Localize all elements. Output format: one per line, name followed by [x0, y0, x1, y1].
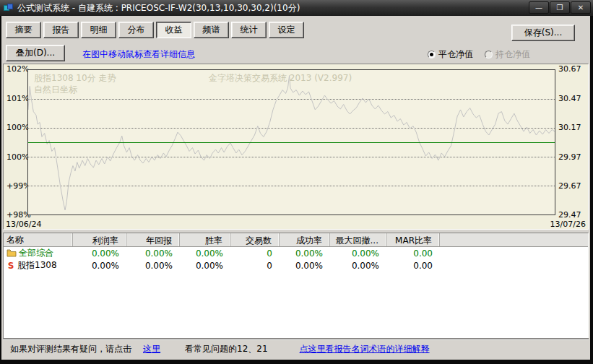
window-title: 公式测试系统 - 自建系统 : PRICEOSC-IF-W2(30,13,10,… — [17, 2, 300, 14]
table-header-row: 名称 利润率 年回报 胜率 交易数 成功率 最大回撤... MAR比率 — [4, 233, 588, 247]
col-header-annual[interactable]: 年回报 — [126, 233, 180, 246]
x-axis-end-date: 13/07/26 — [550, 220, 586, 229]
col-header-trades[interactable]: 交易数 — [230, 233, 280, 246]
y-axis-right-label: 29.67 — [558, 181, 589, 191]
col-header-filler — [440, 233, 588, 246]
table-row-composite[interactable]: 全部综合 0.00% 0.00% 0.00% 0 0.00% 0.00% 0.0… — [4, 247, 588, 259]
col-header-win-rate[interactable]: 胜率 — [180, 233, 230, 246]
cell-max-drawdown: 0.00% — [330, 248, 386, 259]
footer-bar: 如果对评测结果有疑问，请点击 这里 看常见问题的12、21 点这里看报告名词术语… — [3, 339, 589, 358]
cell-annual: 0.00% — [126, 261, 180, 271]
row-name: 股指1308 — [17, 259, 57, 272]
x-axis-start-date: 13/06/24 — [6, 220, 41, 229]
cell-win-rate: 0.00% — [180, 248, 230, 259]
y-axis-left-label: +98% — [7, 210, 27, 220]
tab-summary[interactable]: 摘要 — [6, 22, 41, 38]
watermark-brand: 金字塔决策交易系统 2013 (V2.997) — [209, 72, 352, 84]
app-icon — [4, 4, 14, 12]
radio-open-equity[interactable]: 持仓净值 — [485, 48, 530, 61]
y-axis-right-label: 29.97 — [558, 152, 589, 162]
tab-spectrum[interactable]: 频谱 — [194, 22, 229, 38]
y-axis-right-label: 30.67 — [558, 64, 589, 74]
cell-trades: 0 — [230, 261, 280, 271]
tab-distribution[interactable]: 分布 — [118, 22, 154, 38]
tab-bar: 摘要 报告 明细 分布 收益 频谱 统计 设定 — [6, 22, 304, 38]
y-axis-left-label: 101% — [7, 94, 27, 103]
tab-returns[interactable]: 收益 — [156, 22, 191, 38]
footer-faq-text: 看常见问题的12、21 — [185, 343, 268, 355]
tab-settings[interactable]: 设定 — [269, 22, 304, 38]
radio-unselected-icon — [485, 51, 493, 58]
watermark-axismode: 自然日坐标 — [34, 84, 77, 96]
returns-chart-panel: 102% 101% 100% 100% +99% +98% 30.67 30.4… — [3, 64, 589, 230]
col-header-name[interactable]: 名称 — [4, 233, 73, 246]
cell-max-drawdown: 0.00% — [330, 261, 386, 271]
tab-statistics[interactable]: 统计 — [231, 22, 267, 38]
minimize-icon[interactable]: — — [529, 1, 549, 14]
radio-open-equity-label: 持仓净值 — [495, 48, 530, 61]
cell-mar-ratio: 0.00 — [386, 248, 440, 259]
y-axis-left-label: 100% — [7, 152, 27, 162]
col-header-mar-ratio[interactable]: MAR比率 — [386, 233, 440, 246]
cell-success-rate: 0.00% — [280, 248, 330, 259]
tab-detail[interactable]: 明细 — [81, 22, 116, 38]
cell-trades: 0 — [230, 248, 280, 259]
cell-win-rate: 0.00% — [180, 261, 230, 271]
results-table: 名称 利润率 年回报 胜率 交易数 成功率 最大回撤... MAR比率 全部综合 — [3, 233, 589, 339]
col-header-max-drawdown[interactable]: 最大回撤... — [330, 233, 386, 246]
y-axis-left-label: 100% — [7, 123, 27, 132]
cell-profit-rate: 0.00% — [73, 261, 126, 271]
app-window: 公式测试系统 - 自建系统 : PRICEOSC-IF-W2(30,13,10,… — [0, 0, 593, 364]
window-body: 摘要 报告 明细 分布 收益 频谱 统计 设定 保存(S)... 叠加(D)..… — [1, 16, 590, 360]
table-row-symbol[interactable]: S 股指1308 0.00% 0.00% 0.00% 0 0.00% 0.00%… — [4, 259, 588, 272]
equity-mode-radios: 平仓净值 持仓净值 — [428, 48, 530, 61]
cell-success-rate: 0.00% — [280, 261, 330, 271]
close-icon[interactable]: ✕ — [571, 1, 591, 14]
footer-question-text: 如果对评测结果有疑问，请点击 — [10, 343, 131, 355]
row-name: 全部综合 — [19, 247, 53, 259]
folder-icon — [7, 249, 17, 257]
maximize-icon[interactable]: ❐ — [550, 1, 570, 14]
col-header-success-rate[interactable]: 成功率 — [280, 233, 330, 246]
cell-profit-rate: 0.00% — [73, 248, 126, 259]
col-header-profit-rate[interactable]: 利润率 — [73, 233, 126, 246]
y-axis-right-label: 29.47 — [558, 210, 589, 220]
cell-mar-ratio: 0.00 — [386, 261, 440, 271]
watermark-symbol: 股指1308 10分 走势 — [34, 72, 116, 84]
overlay-button[interactable]: 叠加(D)... — [6, 45, 65, 61]
footer-here-link[interactable]: 这里 — [143, 343, 160, 355]
radio-selected-icon — [428, 51, 436, 58]
mouse-hover-hint: 在图中移动鼠标查看详细信息 — [82, 48, 195, 61]
y-axis-right-label: 30.17 — [558, 123, 589, 132]
save-button[interactable]: 保存(S)... — [511, 25, 575, 41]
stock-s-icon: S — [7, 261, 15, 271]
title-bar[interactable]: 公式测试系统 - 自建系统 : PRICEOSC-IF-W2(30,13,10,… — [0, 0, 593, 16]
baseline-equity-line — [28, 142, 555, 143]
chart-plot-area[interactable]: 股指1308 10分 走势 自然日坐标 金字塔决策交易系统 2013 (V2.9… — [27, 69, 555, 215]
y-axis-right-label: 30.47 — [558, 94, 589, 103]
y-axis-left-label: +99% — [7, 181, 27, 191]
cell-annual: 0.00% — [126, 248, 180, 259]
y-axis-left-label: 102% — [7, 64, 27, 74]
radio-closed-equity-label: 平仓净值 — [438, 48, 473, 61]
radio-closed-equity[interactable]: 平仓净值 — [428, 48, 473, 61]
tab-report[interactable]: 报告 — [43, 22, 79, 38]
footer-glossary-link[interactable]: 点这里看报告名词术语的详细解释 — [300, 343, 430, 355]
